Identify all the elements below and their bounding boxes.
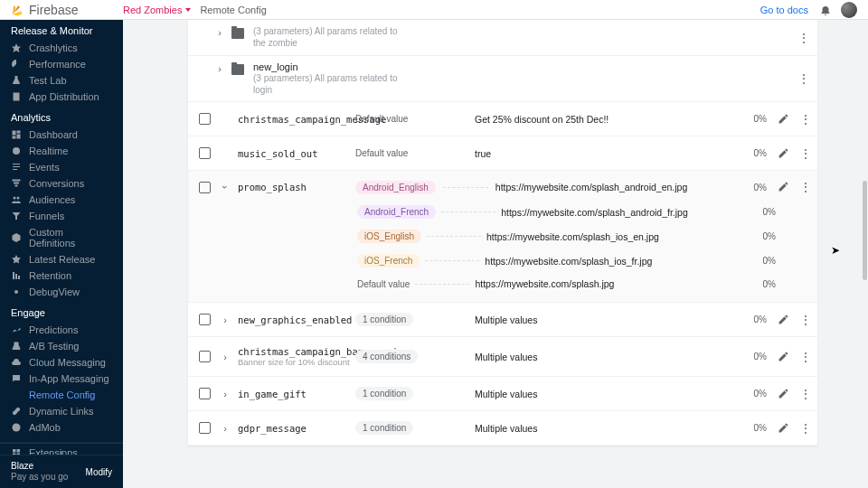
sidebar-item-dynamic-links[interactable]: Dynamic Links (0, 403, 123, 419)
chevron-down-icon (185, 8, 191, 12)
parameter-row[interactable]: ›christmas_campaign_banner_sizeBanner si… (188, 337, 817, 377)
condition-chip[interactable]: Android_French (357, 205, 436, 219)
edit-icon[interactable] (778, 147, 790, 160)
sidebar-item-custom-definitions[interactable]: Custom Definitions (0, 224, 123, 251)
svg-point-4 (13, 424, 21, 432)
sidebar-item-a-b-testing[interactable]: A/B Testing (0, 338, 123, 354)
svg-point-1 (14, 197, 16, 200)
audiences-icon (11, 194, 22, 205)
edit-icon[interactable] (778, 113, 790, 126)
sidebar-item-admob[interactable]: AdMob (0, 419, 123, 436)
more-icon[interactable]: ⋮ (799, 180, 808, 194)
app-distribution-icon (11, 91, 22, 102)
sidebar-item-conversions[interactable]: Conversions (0, 175, 123, 192)
sidebar-item-predictions[interactable]: Predictions (0, 322, 123, 338)
sidebar-item-debugview[interactable]: DebugView (0, 284, 123, 300)
more-icon[interactable]: ⋮ (799, 146, 808, 161)
sidebar-label: Funnels (29, 211, 64, 221)
checkbox[interactable] (199, 422, 211, 434)
chevron-right-icon[interactable]: › (213, 27, 226, 38)
sidebar-item-events[interactable]: Events (0, 159, 123, 175)
sidebar-label: In-App Messaging (29, 373, 109, 384)
modify-plan-button[interactable]: Modify (86, 467, 112, 477)
fetch-percent: 0% (740, 231, 776, 241)
parameter-row[interactable]: ›new_graphics_enabled1 conditionMultiple… (188, 303, 817, 337)
chevron-right-icon[interactable]: › (220, 352, 231, 362)
parameter-name: promo_splash (238, 182, 355, 192)
crashlytics-icon (11, 42, 22, 53)
more-icon[interactable]: ⋮ (799, 350, 808, 364)
sidebar-item-app-distribution[interactable]: App Distribution (0, 89, 123, 105)
parameter-row[interactable]: music_sold_outDefault valuetrue0%⋮ (188, 136, 817, 171)
sidebar-label: Dynamic Links (29, 406, 94, 417)
chevron-right-icon[interactable]: › (220, 423, 231, 434)
edit-icon[interactable] (778, 181, 790, 193)
checkbox[interactable] (199, 314, 211, 325)
more-icon[interactable]: ⋮ (799, 387, 808, 401)
sidebar-item-latest-release[interactable]: Latest Release (0, 251, 123, 267)
sidebar-footer: Blaze Pay as you go Modify (0, 455, 123, 488)
more-icon[interactable]: ⋮ (799, 112, 808, 127)
chevron-right-icon[interactable]: › (213, 63, 226, 74)
parameter-value: true (475, 148, 731, 159)
more-icon[interactable]: ⋮ (799, 313, 808, 327)
more-icon[interactable]: ⋮ (797, 71, 810, 86)
sidebar-item-in-app-messaging[interactable]: In-App Messaging (0, 371, 123, 387)
sidebar-item-realtime[interactable]: Realtime (0, 143, 123, 159)
condition-badge: 4 conditions (355, 350, 475, 363)
sidebar-item-test-lab[interactable]: Test Lab (0, 72, 123, 89)
chevron-down-icon[interactable]: › (220, 182, 231, 192)
checkbox[interactable] (199, 113, 211, 125)
parameter-name: in_game_gift (238, 389, 355, 399)
chevron-right-icon[interactable]: › (220, 314, 231, 325)
conversions-icon (11, 178, 22, 189)
edit-icon[interactable] (778, 314, 790, 326)
sidebar-label: Test Lab (29, 75, 67, 86)
group-description: (3 parameters) All params related to the… (253, 25, 398, 49)
edit-icon[interactable] (778, 388, 790, 400)
parameter-row[interactable]: ›in_game_gift1 conditionMultiple values0… (188, 377, 817, 411)
sidebar-label: Custom Definitions (29, 227, 112, 249)
checkbox[interactable] (199, 351, 211, 362)
sidebar-item-audiences[interactable]: Audiences (0, 192, 123, 208)
variant-row: Android_Frenchhttps://mywebsite.com/spla… (188, 200, 817, 224)
parameter-group[interactable]: › new_login (3 parameters) All params re… (188, 56, 817, 102)
sidebar-item-retention[interactable]: Retention (0, 267, 123, 284)
edit-icon[interactable] (778, 422, 790, 435)
go-to-docs-link[interactable]: Go to docs (760, 5, 808, 15)
sidebar-item-crashlytics[interactable]: Crashlytics (0, 40, 123, 56)
avatar[interactable] (841, 2, 857, 18)
scrollbar[interactable] (863, 181, 867, 280)
edit-icon[interactable] (778, 351, 790, 363)
latest-release-icon (11, 254, 22, 265)
condition-chip[interactable]: Android_English (355, 181, 436, 194)
more-icon[interactable]: ⋮ (799, 421, 808, 436)
svg-point-0 (13, 147, 20, 155)
parameter-group[interactable]: › (3 parameters) All params related to t… (188, 20, 817, 56)
sidebar-item-performance[interactable]: Performance (0, 56, 123, 72)
sidebar-item-dashboard[interactable]: Dashboard (0, 127, 123, 143)
checkbox[interactable] (199, 388, 211, 399)
condition-chip[interactable]: iOS_English (357, 230, 421, 243)
sidebar-label: Cloud Messaging (29, 357, 106, 368)
chevron-right-icon[interactable]: › (220, 389, 231, 399)
sidebar-item-cloud-messaging[interactable]: Cloud Messaging (0, 354, 123, 371)
more-icon[interactable]: ⋮ (797, 31, 810, 45)
remote-config-icon (11, 389, 22, 400)
sidebar-item-remote-config[interactable]: Remote Config (0, 387, 123, 403)
sidebar-label: Events (29, 162, 60, 173)
parameter-row-expanded[interactable]: › promo_splash Android_Englishhttps://my… (188, 171, 817, 303)
notifications-icon[interactable] (819, 4, 832, 16)
condition-chip[interactable]: iOS_French (357, 254, 420, 267)
parameter-row[interactable]: ›gdpr_message1 conditionMultiple values0… (188, 411, 817, 446)
brand-text: Firebase (29, 3, 78, 17)
parameter-row[interactable]: christmas_campaign_messageDefault valueG… (188, 102, 817, 136)
dynamic-links-icon (11, 406, 22, 417)
checkbox[interactable] (199, 147, 211, 159)
firebase-logo[interactable]: Firebase (11, 3, 123, 17)
sidebar-label: Realtime (29, 145, 68, 156)
sidebar-item-funnels[interactable]: Funnels (0, 208, 123, 224)
sidebar-label: App Distribution (29, 91, 99, 102)
project-selector[interactable]: Red Zombies (123, 5, 191, 15)
checkbox[interactable] (199, 182, 211, 193)
